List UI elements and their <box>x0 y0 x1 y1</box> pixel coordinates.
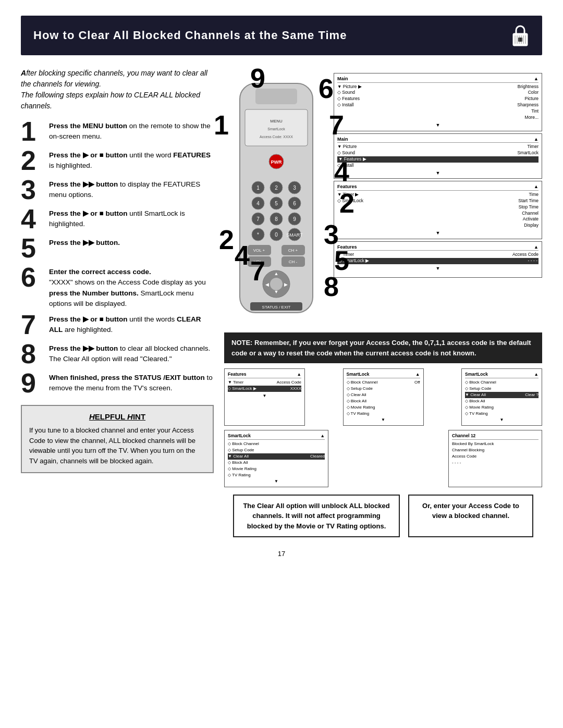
svg-text:SMART: SMART <box>286 232 303 238</box>
lock-icon <box>511 23 530 48</box>
bottom-screen-8: SmartLock▲ ◇ Block Channel ◇ Setup Code … <box>224 430 328 487</box>
overlay-4: 4 <box>334 156 349 188</box>
step-5: 5 Press the ▶▶ button. <box>21 238 214 262</box>
screen-panel-4: Features▲ ▼ TimerAccess Code ◇ SmartLock… <box>334 241 542 278</box>
screen-panel-2: Main▲ ▼ PictureTimer ◇ SoundSmartLock ▼ … <box>334 133 542 179</box>
bottom-screen-7: SmartLock▲ ◇ Block Channel ◇ Setup Code … <box>461 368 542 426</box>
helpful-hint-box: HELPFUL HINT If you tune to a blocked ch… <box>21 405 214 473</box>
overlay-1: 1 <box>214 109 229 141</box>
step-4: 4 Press the ▶ or ■ button until SmartLoc… <box>21 208 214 232</box>
left-column: After blocking specific channels, you ma… <box>21 68 214 537</box>
overlay-2: 2 <box>339 188 354 219</box>
overlay-2b: 2 <box>219 224 234 255</box>
bottom-screen-5: Features▲ ▼ TimerAccess Code ◇ SmartLock… <box>224 368 305 426</box>
bottom-screens-row: Features▲ ▼ TimerAccess Code ◇ SmartLock… <box>224 368 542 426</box>
svg-text:Access Code: XXXX: Access Code: XXXX <box>260 135 293 139</box>
step-2: 2 Press the ▶ or ■ button until the word… <box>21 150 214 174</box>
overlay-8: 8 <box>324 271 339 302</box>
svg-text:▶: ▶ <box>284 282 288 287</box>
step-6: 6 Enter the correct access code. "XXXX" … <box>21 267 214 309</box>
svg-text:3: 3 <box>293 185 296 191</box>
svg-text:2: 2 <box>275 185 278 191</box>
svg-point-49 <box>270 278 283 290</box>
step-1: 1 Press the MENU button on the remote to… <box>21 121 214 145</box>
bottom-screens-row2: SmartLock▲ ◇ Block Channel ◇ Setup Code … <box>224 430 542 487</box>
screen-panels-right: Main▲ ▼ Picture ▶Brightness ◇ SoundColor… <box>334 68 542 278</box>
svg-text:VOL +: VOL + <box>253 248 265 253</box>
right-column: 9 6 7 1 4 2 2 4 7 3 5 8 <box>224 68 542 537</box>
bottom-screen-6: SmartLock▲ ◇ Block ChannelOff ◇ Setup Co… <box>343 368 424 426</box>
overlay-6: 6 <box>319 73 334 104</box>
header-bar: How to Clear All Blocked Channels at the… <box>21 16 542 55</box>
overlay-4b: 4 <box>235 240 250 271</box>
step-8: 8 Press the ▶▶ button to clear all block… <box>21 343 214 367</box>
step-3: 3 Press the ▶▶ button to display the FEA… <box>21 179 214 203</box>
page-title: How to Clear All Blocked Channels at the… <box>33 29 347 42</box>
overlay-7: 7 <box>329 109 344 141</box>
svg-text:0: 0 <box>275 232 278 238</box>
bottom-captions: The Clear All option will unblock ALL bl… <box>224 495 542 538</box>
svg-text:SmartLock: SmartLock <box>267 127 285 131</box>
svg-text:CH -: CH - <box>289 260 298 264</box>
svg-text:CH +: CH + <box>288 248 298 253</box>
svg-text:▼: ▼ <box>274 289 279 294</box>
main-content: After blocking specific channels, you ma… <box>21 68 542 537</box>
step-7: 7 Press the ▶ or ■ button until the word… <box>21 314 214 338</box>
note-box: NOTE: Remember, if you ever forget your … <box>224 332 542 363</box>
svg-text:6: 6 <box>293 201 296 206</box>
svg-text:5: 5 <box>275 201 278 206</box>
svg-text:7: 7 <box>256 216 260 222</box>
overlay-9: 9 <box>250 63 265 94</box>
intro-text: After blocking specific channels, you ma… <box>21 68 214 112</box>
page: How to Clear All Blocked Channels at the… <box>0 0 563 728</box>
svg-text:STATUS / EXIT: STATUS / EXIT <box>262 305 291 310</box>
svg-text:MENU: MENU <box>270 119 283 124</box>
overlay-7b: 7 <box>250 255 265 287</box>
svg-rect-1 <box>518 38 522 42</box>
screen-panel-3: Features▲ ▼ Timer ▶Time ◇ SmartLockStart… <box>334 181 542 239</box>
svg-text:9: 9 <box>293 216 296 222</box>
remote-svg: MENU SmartLock Access Code: XXXX PWR 1 2 <box>224 78 328 328</box>
remote-area: 9 6 7 1 4 2 2 4 7 3 5 8 <box>224 68 328 328</box>
svg-text:▲: ▲ <box>274 271 279 276</box>
svg-text:4: 4 <box>256 201 260 206</box>
bottom-screen-9: Channel 12 Blocked By SmartLock Channel … <box>448 430 542 487</box>
caption-access-code: Or, enter your Access Code to view a blo… <box>408 495 533 538</box>
helpful-hint-title: HELPFUL HINT <box>29 412 205 421</box>
svg-text:1: 1 <box>256 185 260 191</box>
helpful-hint-text: If you tune to a blocked channel and ent… <box>29 425 205 466</box>
svg-text:◀: ◀ <box>265 282 269 287</box>
svg-text:*: * <box>257 232 259 238</box>
caption-clear-all: The Clear All option will unblock ALL bl… <box>233 495 400 538</box>
step-9: 9 When finished, press the STATUS /EXIT … <box>21 373 214 397</box>
svg-text:PWR: PWR <box>271 159 282 165</box>
svg-text:8: 8 <box>275 216 278 222</box>
page-number: 17 <box>21 550 542 558</box>
screen-panel-1: Main▲ ▼ Picture ▶Brightness ◇ SoundColor… <box>334 73 542 131</box>
